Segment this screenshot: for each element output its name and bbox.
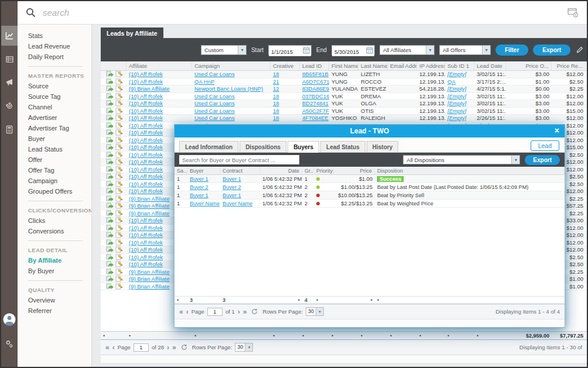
tab-leads-by-affiliate[interactable]: Leads by Affiliate	[101, 27, 163, 38]
last-page-button[interactable]: »	[243, 308, 247, 315]
edit-lead-icon[interactable]	[115, 152, 123, 158]
sub-id-link[interactable]: [Empty]	[445, 85, 474, 92]
col-header-priority[interactable]: Priority	[314, 167, 334, 174]
global-search-input[interactable]	[43, 8, 568, 18]
modal-export-button[interactable]: Export	[525, 155, 560, 165]
affiliate-link[interactable]: (10) Aff Rofek	[127, 93, 192, 99]
col-header-buyer[interactable]: Buyer	[187, 167, 220, 174]
sidebar-item[interactable]: Stats	[18, 30, 91, 41]
sub-id-link[interactable]: [Empty]	[445, 93, 474, 99]
sidebar-item[interactable]: Offer Tag	[18, 165, 91, 176]
edit-lead-icon[interactable]	[115, 71, 123, 77]
edit-lead-icon[interactable]	[115, 115, 123, 121]
sidebar-item[interactable]: Overview	[18, 295, 91, 305]
lead-id-link[interactable]: 4F7084EE	[300, 115, 329, 121]
col-header-group[interactable]: Gr...	[302, 167, 314, 174]
edit-lead-icon[interactable]	[115, 210, 123, 216]
campaign-link[interactable]: Used Car Loans	[192, 71, 271, 77]
repost-lead-icon[interactable]	[106, 85, 114, 92]
sidebar-item[interactable]: Conversions	[18, 226, 91, 236]
col-header-price-re[interactable]: Price Re...	[552, 61, 586, 70]
repost-lead-icon[interactable]	[106, 269, 114, 275]
lead-id-link[interactable]: A50C2F7F	[300, 108, 329, 114]
col-header-date[interactable]: Date	[260, 167, 302, 174]
col-header-lead-date[interactable]: Lead Date	[474, 61, 506, 70]
edit-lead-icon[interactable]	[115, 129, 123, 136]
edit-lead-icon[interactable]	[115, 166, 123, 173]
col-header-email[interactable]: Email Addr...	[388, 61, 417, 70]
export-button[interactable]: Export	[533, 44, 570, 56]
edit-lead-icon[interactable]	[115, 269, 123, 275]
repost-lead-icon[interactable]	[106, 246, 114, 253]
next-page-button[interactable]: ›	[238, 308, 240, 315]
refresh-icon[interactable]	[251, 308, 258, 315]
prev-page-button[interactable]: ‹	[112, 344, 115, 351]
repost-lead-icon[interactable]	[106, 195, 114, 202]
col-header-affiliate[interactable]: Affiliate	[127, 61, 192, 70]
affiliate-link[interactable]: (10) Aff Rofek	[127, 78, 192, 85]
lead-id-link[interactable]: A6D7C671	[300, 78, 329, 85]
table-row[interactable]: (9) Brian Affiliate Newport Banc Loans (…	[101, 85, 587, 93]
repost-lead-icon[interactable]	[106, 166, 114, 173]
repost-lead-icon[interactable]	[106, 217, 114, 223]
repost-lead-icon[interactable]	[106, 129, 114, 136]
browser-window-gear-icon[interactable]	[568, 8, 579, 18]
table-row[interactable]: (10) Aff Rofek Used Car Loans 18 8B65F81…	[101, 71, 587, 78]
edit-lead-icon[interactable]	[115, 188, 123, 194]
sub-id-link[interactable]: QA	[445, 78, 474, 85]
repost-lead-icon[interactable]	[106, 225, 114, 231]
creative-link[interactable]: 18	[271, 93, 300, 99]
repost-lead-icon[interactable]	[106, 71, 114, 77]
repost-lead-icon[interactable]	[106, 137, 114, 143]
edit-lead-icon[interactable]	[115, 261, 123, 267]
col-header-sale[interactable]: Sa...	[175, 167, 187, 174]
sub-id-link[interactable]: [Empty]	[445, 115, 474, 121]
edit-lead-icon[interactable]	[115, 246, 123, 253]
affiliate-link[interactable]: (10) Aff Rofek	[127, 115, 192, 121]
repost-lead-icon[interactable]	[106, 283, 114, 290]
sidebar-item[interactable]: Source Tag	[18, 91, 91, 102]
creative-link[interactable]: 21	[271, 78, 300, 85]
buyer-row[interactable]: 1 Buyer 1 Buyer 1 1/06 5:42:32 PM 2 $10.…	[175, 191, 565, 200]
modal-tab[interactable]: Buyers	[288, 141, 319, 153]
campaign-link[interactable]: Used Car Loans	[192, 93, 271, 99]
repost-lead-icon[interactable]	[106, 173, 114, 180]
gears-icon[interactable]	[1, 334, 18, 354]
table-row[interactable]: (10) Aff Rofek Used Car Loans 18 037BDC1…	[101, 93, 587, 101]
contract-link[interactable]: Buyer 2	[220, 184, 260, 190]
offers-select[interactable]: All Offers ▼	[439, 45, 491, 55]
next-page-button[interactable]: ›	[167, 344, 169, 351]
repost-lead-icon[interactable]	[106, 93, 114, 99]
edit-lead-icon[interactable]	[115, 122, 123, 129]
dispositions-select[interactable]: All Dispositions ▼	[403, 155, 520, 164]
creative-link[interactable]: 18	[271, 71, 300, 77]
repost-lead-icon[interactable]	[106, 181, 114, 187]
sidebar-item[interactable]: By Buyer	[18, 266, 91, 276]
creative-link[interactable]: 18	[271, 115, 300, 121]
repost-lead-icon[interactable]	[106, 202, 114, 209]
edit-lead-icon[interactable]	[115, 217, 123, 223]
affiliate-link[interactable]: (10) Aff Rofek	[127, 100, 192, 106]
first-page-button[interactable]: «	[179, 308, 183, 315]
repost-lead-icon[interactable]	[106, 276, 114, 282]
modal-tab[interactable]: History	[367, 141, 398, 152]
repost-lead-icon[interactable]	[106, 122, 114, 129]
buyer-search-input[interactable]	[179, 155, 299, 164]
repost-lead-icon[interactable]	[106, 254, 114, 260]
sub-id-link[interactable]: [Empty]	[445, 100, 474, 106]
creative-link[interactable]: 18	[271, 100, 300, 106]
sub-id-link[interactable]: [Empty]	[445, 71, 474, 77]
rows-per-page-select[interactable]: 30 ▼	[235, 343, 253, 352]
buyer-row[interactable]: 1 Buyer Name Buyer Name 1/06 5:42:32 PM …	[175, 200, 565, 208]
buyer-link[interactable]: Buyer 1	[187, 176, 220, 182]
calendar-icon[interactable]	[366, 47, 373, 54]
col-header-campaign[interactable]: Campaign	[192, 61, 271, 70]
edit-lead-icon[interactable]	[115, 181, 123, 187]
sidebar-item[interactable]: Channel	[18, 102, 91, 112]
repost-lead-icon[interactable]	[106, 159, 114, 165]
contract-link[interactable]: Buyer 1	[220, 192, 260, 198]
magnet-icon[interactable]	[1, 96, 18, 116]
filter-button[interactable]: Filter	[495, 44, 528, 56]
table-row[interactable]: (10) Aff Rofek Used Car Loans 18 BD27484…	[101, 100, 587, 108]
edit-lead-icon[interactable]	[115, 202, 123, 209]
